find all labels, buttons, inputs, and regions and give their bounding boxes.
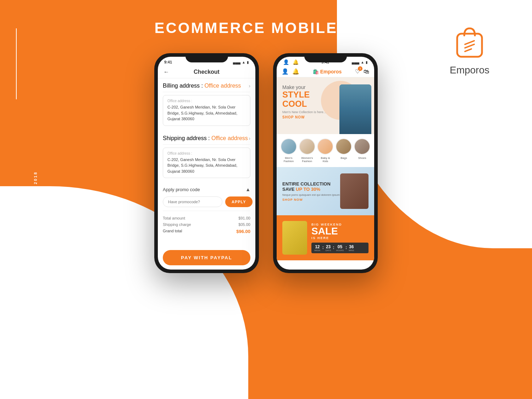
app-name: Emporos	[320, 69, 342, 74]
countdown-days-label: DAYS	[326, 249, 331, 251]
phone2-screen: 👤 🔔 9:41 ▄▄▄ ▲ ▮ 👤 🔔 🛍️ Emporos	[277, 57, 374, 270]
total-amount-value: $91.00	[238, 216, 250, 220]
battery-icon: ▮	[247, 60, 249, 64]
promo-header[interactable]: Apply promo code ▲	[163, 187, 250, 195]
home-header-left: 👤 🔔	[282, 68, 299, 75]
category-shoes-image	[354, 138, 370, 155]
home-content: Make your STYLE COOL Men's New Collectio…	[277, 77, 374, 270]
collection-save: UP TO 30%	[296, 187, 320, 192]
category-mens[interactable]: Men'sFashion	[281, 138, 297, 163]
category-shoes-label: Shoes	[358, 156, 366, 160]
phone1-screen: 9:41 ▄▄▄ ▲ ▮ ← Checkout Billing address …	[158, 57, 255, 270]
hero-sub: Men's New Collection is here...	[282, 110, 330, 114]
profile-icon[interactable]: 👤	[283, 59, 289, 65]
phone1-notch	[185, 53, 228, 62]
grand-total-row: Grand total $96.00	[163, 229, 250, 234]
countdown-week-num: 12	[314, 244, 321, 249]
bg-blob-right2	[426, 275, 532, 399]
bell-icon[interactable]: 🔔	[293, 59, 299, 65]
countdown-week: 12 WEEK	[314, 244, 321, 251]
home-header: 👤 🔔 🛍️ Emporos ♡ 3 🛍	[277, 66, 374, 77]
category-shoes[interactable]: Shoes	[354, 138, 370, 163]
countdown-sep1: :	[322, 245, 324, 250]
countdown-mins-num: 36	[349, 244, 354, 249]
home-header-right: ♡ 3 🛍	[355, 68, 369, 75]
promo-label: Apply promo code	[163, 187, 200, 192]
pay-button[interactable]: PAY WITH PAYPAL	[163, 250, 250, 265]
countdown-mins-label: MINS	[349, 249, 354, 251]
billing-chevron-icon: ›	[249, 83, 250, 89]
category-baby[interactable]: Baby &Kids	[317, 138, 333, 163]
category-baby-image	[317, 138, 333, 155]
phone2-status-icons: ▄▄▄ ▲ ▮	[352, 60, 368, 64]
battery2-icon: ▮	[366, 60, 368, 64]
checkout-header: ← Checkout	[158, 66, 255, 78]
sale-is-here: IS HERE	[311, 236, 368, 240]
collection-text: ENTIRE COLLECTION SAVE UP TO 30% Neque p…	[282, 181, 340, 201]
svg-line-1	[465, 41, 474, 44]
totals-section: Total amount $91.00 Shipping charge $05.…	[163, 211, 250, 239]
user-icon[interactable]: 👤	[282, 68, 289, 75]
promo-section: Apply promo code ▲ APPLY	[163, 183, 250, 211]
total-amount-row: Total amount $91.00	[163, 216, 250, 220]
billing-label: Billing address : Office address	[163, 83, 241, 89]
shipping-link: Office address	[211, 135, 248, 141]
checkout-content: Billing address : Office address › Offic…	[158, 78, 255, 259]
countdown-sep2: :	[333, 245, 334, 250]
countdown-timer: 12 WEEK : 23 DAYS : 05 HOURS	[311, 243, 368, 253]
billing-address-box: Office address : C-202, Ganesh Meridian,…	[163, 95, 250, 126]
category-womens[interactable]: Women'sFashion	[299, 138, 315, 163]
countdown-mins: 36 MINS	[349, 244, 354, 251]
shipping-charge-row: Shipping charge $05.00	[163, 222, 250, 227]
shipping-address-row[interactable]: Shipping address : Office address ›	[163, 131, 250, 145]
collection-banner: ENTIRE COLLECTION SAVE UP TO 30% Neque p…	[277, 167, 374, 215]
category-bags-image	[336, 138, 352, 155]
countdown-week-label: WEEK	[314, 249, 321, 251]
promo-chevron-icon: ▲	[245, 187, 250, 192]
promo-apply-button[interactable]: APPLY	[225, 196, 253, 207]
notification-icon[interactable]: 🔔	[292, 68, 299, 75]
app-logo-icon: 🛍️	[313, 69, 319, 74]
phones-container: 9:41 ▄▄▄ ▲ ▮ ← Checkout Billing address …	[154, 53, 378, 273]
checkout-title: Checkout	[194, 69, 220, 75]
category-womens-image	[299, 138, 315, 155]
categories-section: Men'sFashion Women'sFashion Baby &Kids B…	[277, 134, 374, 167]
countdown-hours-label: HOURS	[336, 249, 344, 251]
phone1-status-icons: ▄▄▄ ▲ ▮	[233, 60, 249, 64]
grand-total-value: $96.00	[236, 229, 250, 234]
logo-bag-icon	[454, 25, 486, 60]
svg-line-2	[465, 44, 474, 48]
billing-address-row[interactable]: Billing address : Office address ›	[163, 78, 250, 92]
billing-box-label: Office address :	[167, 99, 246, 103]
badge-count: 3	[358, 66, 362, 71]
collection-man-figure	[340, 173, 368, 209]
phone-checkout: 9:41 ▄▄▄ ▲ ▮ ← Checkout Billing address …	[154, 53, 259, 273]
shipping-box-label: Office address :	[167, 151, 246, 155]
sale-banner: BIG WEEKEND SALE IS HERE 12 WEEK : 23 DA	[277, 215, 374, 260]
svg-line-3	[465, 49, 471, 51]
vertical-line	[16, 28, 17, 99]
collection-shop-now[interactable]: SHOP NOW	[282, 198, 340, 201]
phone-home: 👤 🔔 9:41 ▄▄▄ ▲ ▮ 👤 🔔 🛍️ Emporos	[273, 53, 378, 273]
category-bags[interactable]: Bags	[336, 138, 352, 163]
billing-box-text: C-202, Ganesh Meridian, Nr. Sola Over Br…	[167, 104, 246, 122]
shipping-chevron-icon: ›	[249, 135, 250, 141]
hero-shop-now[interactable]: SHOP NOW	[282, 115, 330, 119]
wifi2-icon: ▲	[361, 60, 364, 64]
svg-rect-0	[457, 34, 482, 57]
favorites-badge[interactable]: ♡ 3	[355, 68, 360, 75]
hero-banner: Make your STYLE COOL Men's New Collectio…	[277, 77, 374, 134]
hero-man-bg	[339, 84, 371, 134]
category-womens-label: Women'sFashion	[301, 156, 313, 163]
byline: BY MULTIDOTS 2018	[33, 171, 38, 228]
sale-woman-figure	[282, 221, 307, 255]
shipping-box-text: C-202, Ganesh Meridian, Nr. Sola Over Br…	[167, 157, 246, 174]
signal2-icon: ▄▄▄	[352, 60, 359, 64]
cart-icon[interactable]: 🛍	[364, 68, 369, 75]
back-button[interactable]: ←	[164, 69, 169, 75]
hero-make: Make your	[282, 84, 330, 90]
brand-name: Emporos	[450, 65, 489, 76]
signal-icon: ▄▄▄	[233, 60, 240, 64]
promo-input[interactable]	[163, 196, 222, 207]
total-amount-label: Total amount	[163, 216, 185, 220]
